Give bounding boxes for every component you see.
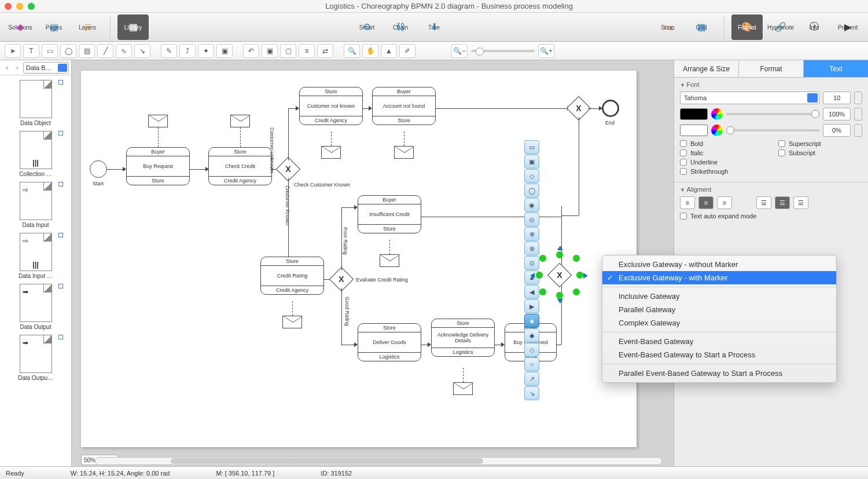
text-tool[interactable]: T: [23, 44, 39, 58]
menu-item[interactable]: Exclusive Gateway - without Marker: [602, 258, 836, 271]
bg-color-well[interactable]: [680, 125, 708, 136]
menu-item-selected[interactable]: Exclusive Gateway - with Marker: [602, 271, 836, 284]
text-opacity-stepper[interactable]: [854, 108, 862, 120]
ungroup-button[interactable]: ▢: [280, 44, 296, 58]
shape-data-input[interactable]: ⇨Data Input: [0, 180, 71, 231]
undo-button[interactable]: ↶: [243, 44, 259, 58]
align-right-button[interactable]: ≡: [717, 196, 732, 209]
shape-collection[interactable]: |||Collection …: [0, 129, 71, 180]
palette-btn-selected[interactable]: ◈: [524, 314, 539, 328]
palette-btn-9[interactable]: ⊙: [524, 256, 539, 270]
palette-btn-3[interactable]: ◇: [524, 169, 539, 183]
bold-checkbox[interactable]: [680, 140, 687, 147]
bezier-tool[interactable]: ⤴: [179, 44, 196, 58]
color-picker-icon-2[interactable]: [711, 125, 723, 136]
grid-button[interactable]: ▦Grid: [686, 14, 717, 40]
layers-button[interactable]: ≣Layers: [72, 14, 103, 40]
menu-item[interactable]: Parallel Event-Based Gateway to Start a …: [602, 367, 836, 380]
format-panel-button[interactable]: 🎨Format: [731, 14, 763, 40]
shape-data-input-2[interactable]: ⇨|||Data Input …: [0, 231, 71, 281]
autoexpand-checkbox[interactable]: [680, 213, 687, 220]
palette-btn-14[interactable]: ◆: [524, 328, 539, 342]
valign-mid-button[interactable]: ☰: [775, 196, 790, 209]
zoom-in-button[interactable]: 🔍+: [538, 44, 554, 58]
align-center-button[interactable]: ≡: [698, 196, 713, 209]
palette-btn-12[interactable]: ▶: [524, 299, 539, 313]
node-acknowledge[interactable]: Store Acknowledge Delivery Details Logis…: [431, 319, 495, 357]
chain-button[interactable]: ⛓Chain: [385, 14, 416, 40]
align-left-button[interactable]: ≡: [680, 196, 695, 209]
pages-button[interactable]: ▤Pages: [38, 14, 69, 40]
shape-data-output[interactable]: ➡Data Output: [0, 281, 71, 332]
library-back[interactable]: ‹: [2, 63, 12, 72]
font-size-stepper[interactable]: [854, 92, 862, 104]
spline-tool[interactable]: ∿: [116, 44, 132, 58]
menu-item[interactable]: Event-Based Gateway: [602, 335, 836, 348]
palette-btn-6[interactable]: ◎: [524, 213, 539, 226]
tab-arrange[interactable]: Arrange & Size: [674, 60, 739, 77]
palette-btn-16[interactable]: ○: [524, 357, 539, 371]
info-button[interactable]: ⓘInfo: [799, 14, 830, 40]
palette-btn-5[interactable]: ◉: [524, 198, 539, 212]
palette-btn-8[interactable]: ⊗: [524, 242, 539, 255]
rect-tool[interactable]: ▭: [42, 44, 58, 58]
shape-data-output-2[interactable]: ➡Data Outpu…: [0, 332, 71, 383]
node-cust-not-known[interactable]: Store Customer not known Credit Agency: [299, 87, 363, 125]
italic-checkbox[interactable]: [680, 149, 687, 156]
bg-opacity-stepper[interactable]: [854, 124, 862, 137]
node-deliver-goods[interactable]: Store Deliver Goods Logistics: [358, 323, 421, 361]
list-tool[interactable]: ▤: [79, 44, 95, 58]
align-section-header[interactable]: Aligment: [680, 186, 862, 193]
node-acct-not-found[interactable]: Buyer Account not found Store: [372, 87, 436, 125]
horizontal-scrollbar[interactable]: [95, 457, 662, 465]
present-button[interactable]: ▶Present: [832, 14, 863, 40]
palette-btn-2[interactable]: ▣: [524, 155, 539, 169]
font-family-select[interactable]: Tahoma: [680, 92, 819, 104]
end-event[interactable]: [602, 100, 619, 117]
font-section-header[interactable]: Font: [680, 81, 862, 88]
start-event[interactable]: [90, 160, 107, 178]
group-button[interactable]: ▣: [262, 44, 278, 58]
pen-tool[interactable]: ✎: [161, 44, 177, 58]
text-opacity-slider[interactable]: [726, 113, 819, 115]
palette-btn-17[interactable]: ↗: [524, 372, 539, 386]
snap-button[interactable]: ▭Snap: [652, 14, 683, 40]
underline-checkbox[interactable]: [680, 159, 687, 166]
node-buy-request[interactable]: Buyer Buy Request Store: [126, 147, 190, 185]
zoom-slider[interactable]: [471, 50, 535, 52]
bg-opacity-slider[interactable]: [726, 129, 819, 131]
superscript-checkbox[interactable]: [778, 140, 785, 147]
canvas-area[interactable]: Start Buyer Buy Request Store Store Chec…: [72, 60, 674, 466]
line-tool[interactable]: ╱: [97, 44, 113, 58]
palette-btn-15[interactable]: ◇: [524, 343, 539, 357]
minimize-window-icon[interactable]: [16, 3, 23, 10]
zoom-out-button[interactable]: 🔍−: [451, 44, 468, 58]
menu-item[interactable]: Event-Based Gateway to Start a Process: [602, 348, 836, 361]
distribute-button[interactable]: ⇄: [317, 44, 333, 58]
eyedropper-tool[interactable]: ✐: [399, 44, 415, 58]
menu-item[interactable]: Complex Gateway: [602, 316, 836, 330]
valign-top-button[interactable]: ☰: [756, 196, 771, 209]
library-fwd[interactable]: ›: [13, 63, 22, 72]
palette-btn-11[interactable]: ◀: [524, 285, 539, 299]
smart-button[interactable]: ⚙Smart: [351, 14, 382, 40]
menu-item[interactable]: Parallel Gateway: [602, 303, 836, 316]
zoom-tool[interactable]: 🔍: [344, 44, 360, 58]
color-picker-icon[interactable]: [711, 108, 723, 120]
tab-format[interactable]: Format: [739, 60, 804, 77]
node-insufficient-credit[interactable]: Buyer Insufficient Credit Store: [358, 195, 421, 233]
strike-checkbox[interactable]: [680, 168, 687, 175]
palette-btn-1[interactable]: ▭: [524, 140, 539, 154]
valign-bot-button[interactable]: ☰: [793, 196, 808, 209]
pan-tool[interactable]: ✋: [362, 44, 378, 58]
menu-item[interactable]: Inclusive Gateway: [602, 290, 836, 303]
crop-tool[interactable]: ▣: [216, 44, 233, 58]
zoom-window-icon[interactable]: [28, 3, 35, 10]
close-window-icon[interactable]: [5, 3, 12, 10]
connector-tool[interactable]: ↘: [134, 44, 150, 58]
palette-btn-4[interactable]: ◯: [524, 184, 539, 198]
node-tool[interactable]: ✦: [198, 44, 214, 58]
text-color-well[interactable]: [680, 108, 708, 120]
bg-opacity-value[interactable]: 0%: [823, 124, 851, 137]
ellipse-tool[interactable]: ◯: [60, 44, 76, 58]
